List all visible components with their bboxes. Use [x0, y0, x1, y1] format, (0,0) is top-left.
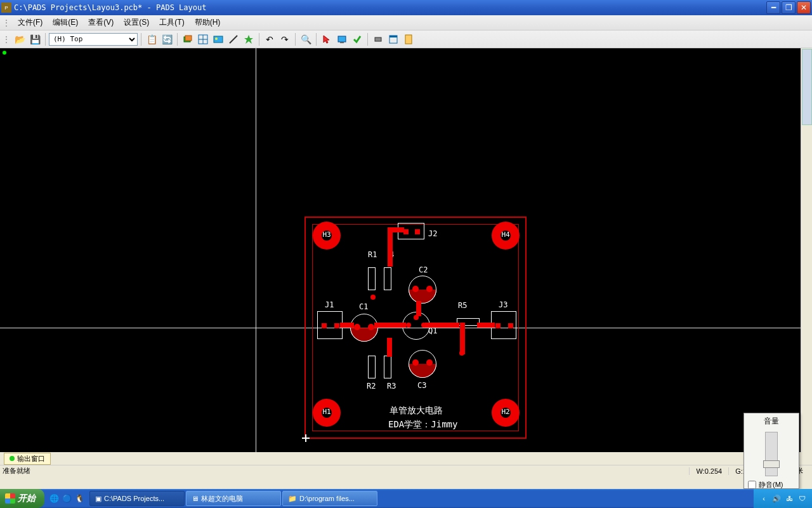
- taskbar: 开始 🌐 🔵 🐧 ▣ C:\PADS Projects... 🖥 林超文的电脑 …: [0, 489, 812, 508]
- titlebar: P C:\PADS Projects\Layou3.pcb* - PADS La…: [0, 0, 812, 15]
- menu-edit[interactable]: 编辑(E): [48, 16, 83, 29]
- menu-file[interactable]: 文件(F): [13, 16, 48, 29]
- tool-image-icon[interactable]: [211, 32, 225, 46]
- separator: [367, 33, 368, 46]
- menu-help[interactable]: 帮助(H): [190, 16, 226, 29]
- check-icon[interactable]: [350, 32, 364, 46]
- origin-indicator: [3, 51, 6, 55]
- design-canvas[interactable]: H3 H4 H1 H2 J1 J2 J3 R1 4 R2 R3: [0, 48, 812, 452]
- tray-network-icon[interactable]: 🖧: [784, 493, 794, 504]
- component-r1-body: [368, 267, 376, 290]
- status-width: W:0.254: [689, 467, 728, 475]
- volume-slider[interactable]: [765, 432, 778, 476]
- status-dot-icon: [10, 456, 15, 461]
- svg-rect-5: [214, 36, 223, 43]
- start-button[interactable]: 开始: [0, 489, 44, 508]
- output-bar: 输出窗口: [0, 452, 812, 465]
- open-button[interactable]: 📂: [13, 32, 27, 46]
- qq-icon[interactable]: 🐧: [74, 493, 85, 504]
- taskbar-item-pads[interactable]: ▣ C:\PADS Projects...: [89, 491, 185, 506]
- svg-line-7: [230, 36, 237, 43]
- svg-rect-8: [338, 36, 346, 42]
- tray-shield-icon[interactable]: 🛡: [797, 493, 807, 504]
- status-ready: 准备就绪: [3, 466, 689, 476]
- tool-star-icon[interactable]: [242, 32, 256, 46]
- output-tab-label: 输出窗口: [17, 454, 45, 464]
- label-h1: H1: [313, 408, 341, 416]
- label-h3: H3: [313, 231, 341, 239]
- report-icon[interactable]: [402, 32, 416, 46]
- zoom-button[interactable]: 🔍: [299, 32, 313, 46]
- mute-label: 静音(M): [759, 480, 783, 490]
- svg-rect-12: [390, 36, 397, 37]
- menu-setup[interactable]: 设置(S): [119, 16, 154, 29]
- tray-volume-icon[interactable]: 🔊: [771, 493, 782, 504]
- component-r2-body: [368, 356, 376, 378]
- taskbar-app-icon: 🖥: [192, 495, 199, 502]
- component-icon[interactable]: [371, 32, 385, 46]
- separator: [177, 33, 178, 46]
- label-q1: Q1: [428, 326, 437, 335]
- output-window-tab[interactable]: 输出窗口: [4, 453, 51, 465]
- label-c3: C3: [417, 381, 426, 390]
- label-h4: H4: [492, 231, 520, 239]
- tool-grid-icon[interactable]: [196, 32, 210, 46]
- select-icon[interactable]: [320, 32, 334, 46]
- svg-point-6: [215, 37, 218, 40]
- via: [459, 351, 464, 356]
- display-icon[interactable]: [335, 32, 349, 46]
- menubar-grip[interactable]: ⋮: [3, 18, 10, 27]
- trace: [425, 323, 459, 328]
- volume-panel[interactable]: 音量 静音(M): [743, 413, 799, 489]
- tool-layers-icon[interactable]: [181, 32, 195, 46]
- menu-tools[interactable]: 工具(T): [154, 16, 189, 29]
- redo-button[interactable]: ↷: [278, 32, 292, 46]
- pad: [426, 359, 433, 366]
- windows-logo-icon: [5, 493, 15, 504]
- toolbar: ⋮ 📂 💾 (H) Top 📋 🔄 ↶ ↷ 🔍: [0, 30, 812, 48]
- separator: [259, 33, 259, 46]
- tool-line-icon[interactable]: [226, 32, 240, 46]
- label-j3: J3: [499, 300, 508, 309]
- media-icon[interactable]: 🔵: [61, 493, 72, 504]
- folder-icon: 📁: [288, 495, 297, 503]
- via: [444, 323, 449, 328]
- svg-rect-9: [340, 42, 344, 43]
- layer-select[interactable]: (H) Top: [49, 33, 138, 46]
- taskbar-label: C:\PADS Projects...: [104, 495, 164, 502]
- refresh-button[interactable]: 🔄: [160, 32, 174, 46]
- trace: [388, 227, 404, 232]
- origin-marker: [302, 434, 310, 442]
- trace: [416, 301, 421, 316]
- pad: [368, 324, 374, 330]
- system-tray[interactable]: ‹ 🔊 🖧 🛡: [754, 489, 812, 508]
- toolbar-grip[interactable]: ⋮: [3, 35, 10, 44]
- label-j2: J2: [428, 229, 437, 238]
- taskbar-item-folder[interactable]: 📁 D:\program files...: [282, 491, 377, 506]
- mute-checkbox[interactable]: [748, 481, 756, 489]
- menu-view[interactable]: 查看(V): [83, 16, 119, 29]
- volume-title: 音量: [744, 413, 799, 429]
- taskbar-item-computer[interactable]: 🖥 林超文的电脑: [186, 491, 281, 506]
- pad: [426, 286, 433, 292]
- label-r3: R3: [387, 382, 396, 391]
- vertical-scrollbar[interactable]: [801, 48, 812, 452]
- close-button[interactable]: ✕: [797, 1, 811, 14]
- window-icon[interactable]: [386, 32, 400, 46]
- save-button[interactable]: 💾: [28, 32, 42, 46]
- minimize-button[interactable]: ━: [766, 1, 780, 14]
- undo-button[interactable]: ↶: [263, 32, 277, 46]
- svg-rect-13: [405, 35, 412, 44]
- copy-button[interactable]: 📋: [145, 32, 159, 46]
- maximize-button[interactable]: ❐: [782, 1, 796, 14]
- label-j1: J1: [325, 300, 334, 309]
- ie-icon[interactable]: 🌐: [48, 493, 60, 504]
- label-r5: R5: [458, 301, 467, 310]
- scrollbar-thumb[interactable]: [802, 49, 812, 125]
- pad: [354, 324, 360, 330]
- component-r4-body: [384, 267, 391, 290]
- volume-knob[interactable]: [763, 460, 780, 468]
- tray-icon[interactable]: ‹: [759, 493, 769, 504]
- label-c2: C2: [419, 265, 428, 274]
- statusbar: 准备就绪 W:0.254 G:1 1 -11 毫米: [0, 465, 812, 476]
